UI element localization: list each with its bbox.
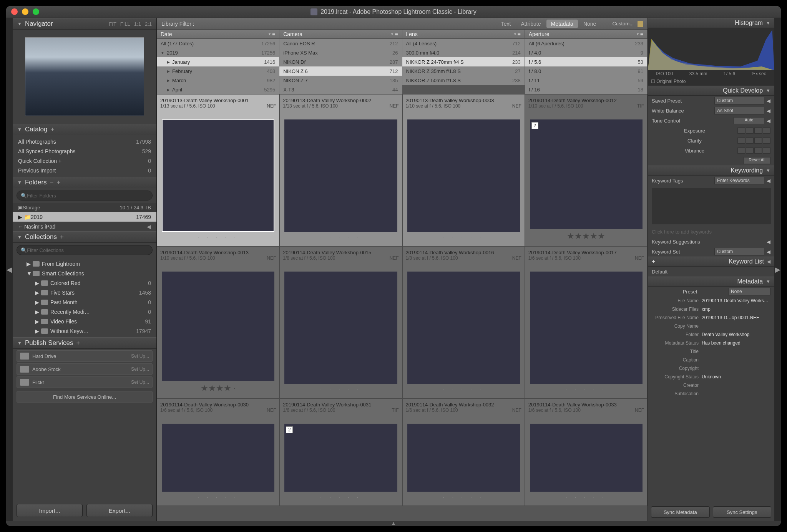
meta-column-header[interactable]: Camera▾≡ (279, 30, 402, 39)
metadata-field[interactable]: FolderDeath Valley Workshop (648, 330, 774, 339)
qd-exposure[interactable]: Exposure (648, 126, 774, 136)
metadata-field[interactable]: Caption (648, 356, 774, 364)
metadata-field[interactable]: Copy Name (648, 322, 774, 330)
grid-cell[interactable]: 20190114-Death Valley Workshop-0031 1/6 … (279, 398, 402, 506)
qd-preset[interactable]: Saved PresetCustom◀ (648, 96, 774, 106)
histogram-header[interactable]: Histogram▼ (648, 18, 774, 28)
histogram[interactable]: ISO 10033.5 mmf / 5.6¹⁄₁₃ sec ☐ Original… (648, 28, 774, 86)
meta-row[interactable]: All (177 Dates)17256 (157, 39, 279, 48)
filter-tab-text[interactable]: Text (496, 20, 516, 28)
collection-filter-input[interactable]: 🔍 Filter Collections (17, 245, 153, 255)
publish-item[interactable]: Hard DriveSet Up... (17, 350, 153, 362)
catalog-item[interactable]: All Photographs17998 (13, 137, 156, 146)
disclosure-icon[interactable]: ▼ (17, 127, 22, 132)
meta-row[interactable]: NIKON Z 7135 (279, 76, 402, 85)
filter-tab-attribute[interactable]: Attribute (516, 20, 545, 28)
publish-header[interactable]: ▼ Publish Services + (13, 337, 156, 349)
meta-row[interactable]: ▼201917256 (157, 48, 279, 57)
keyword-add[interactable]: Click here to add keywords (648, 227, 774, 237)
grid-cell[interactable]: 20190114-Death Valley Workshop-0012 1/10… (525, 94, 648, 246)
folder-filter-input[interactable]: 🔍 Filter Folders (17, 191, 153, 201)
disclosure-icon[interactable]: ▼ (17, 21, 22, 27)
folder-year[interactable]: ▶📁 201917469 (13, 212, 156, 222)
meta-row[interactable]: NIKKOR Z 24-70mm f/4 S233 (402, 57, 525, 66)
navigator-preview[interactable] (13, 30, 156, 124)
import-button[interactable]: Import... (17, 504, 83, 517)
meta-row[interactable]: Canon EOS R212 (279, 39, 402, 48)
grid-cell[interactable]: 20190114-Death Valley Workshop-0033 1/6 … (525, 398, 648, 506)
metadata-field[interactable]: Sublocation (648, 389, 774, 398)
metadata-field[interactable]: Copyright StatusUnknown (648, 373, 774, 381)
right-collapse-icon[interactable]: ▶ (774, 18, 781, 521)
collection-item[interactable]: ▶Colored Red0 (13, 278, 156, 288)
collections-header[interactable]: ▼ Collections + (13, 231, 156, 243)
meta-row[interactable]: f / 1618 (525, 85, 648, 94)
meta-row[interactable]: NIKKOR Z 35mm f/1.8 S27 (402, 66, 525, 76)
metadata-field[interactable]: Creator (648, 381, 774, 389)
meta-row[interactable]: f / 4.09 (525, 48, 648, 57)
collection-item[interactable]: ▶Without Keyw…17947 (13, 326, 156, 336)
original-photo-checkbox[interactable]: ☐ Original Photo (651, 79, 686, 84)
filter-custom[interactable]: Custom... (612, 21, 634, 27)
storage-row[interactable]: ▣ Storage10.1 / 24.3 TB (13, 203, 156, 212)
grid-cell[interactable]: 20190114-Death Valley Workshop-0016 1/8 … (402, 246, 525, 398)
metadata-header[interactable]: Metadata▼ (648, 277, 774, 287)
keywording-header[interactable]: Keywording▼ (648, 166, 774, 176)
grid-cell[interactable]: 20190114-Death Valley Workshop-0032 1/6 … (402, 398, 525, 506)
keyword-list-header[interactable]: +Keyword List◀ (648, 257, 774, 267)
catalog-item[interactable]: All Synced Photographs529 (13, 146, 156, 156)
meta-row[interactable]: f / 8.091 (525, 66, 648, 76)
meta-column-header[interactable]: Date▾≡ (157, 30, 279, 39)
lock-icon[interactable] (638, 21, 643, 27)
qd-vibrance[interactable]: Vibrance (648, 146, 774, 156)
quick-develop-header[interactable]: Quick Develop▼ (648, 86, 774, 96)
meta-row[interactable]: f / 5.653 (525, 57, 648, 66)
collection-item[interactable]: ▶Recently Modi…0 (13, 307, 156, 317)
metadata-field[interactable]: Copyright (648, 364, 774, 373)
publish-item[interactable]: Adobe StockSet Up... (17, 363, 153, 375)
plus-icon[interactable]: + (51, 126, 55, 133)
catalog-header[interactable]: ▼ Catalog + (13, 124, 156, 135)
disclosure-icon[interactable]: ▼ (17, 234, 22, 240)
folders-header[interactable]: ▼ Folders − + (13, 177, 156, 188)
plus-icon[interactable]: + (76, 339, 80, 347)
metadata-field[interactable]: File Name20190113-Death Valley Workshop-… (648, 297, 774, 305)
meta-row[interactable]: ▶February403 (157, 66, 279, 76)
collection-item[interactable]: ▶Past Month0 (13, 297, 156, 307)
plus-icon[interactable]: + (57, 179, 61, 186)
disclosure-icon[interactable]: ▼ (17, 180, 22, 185)
grid-cell[interactable]: 20190113-Death Valley Workshop-0002 1/13… (279, 94, 402, 246)
meta-row[interactable]: All (6 Apertures)233 (525, 39, 648, 48)
metadata-preset[interactable]: PresetNone (648, 287, 774, 297)
keyword-list-default[interactable]: Default (648, 267, 774, 277)
collection-item[interactable]: ▶Video Files91 (13, 317, 156, 326)
sync-settings-button[interactable]: Sync Settings (713, 506, 772, 518)
export-button[interactable]: Export... (86, 504, 153, 517)
folder-device[interactable]: ←Nasim's iPad◀ (13, 222, 156, 231)
disclosure-icon[interactable]: ▼ (17, 340, 22, 346)
grid-cell[interactable]: 20190113-Death Valley Workshop-0003 1/10… (402, 94, 525, 246)
minus-icon[interactable]: − (50, 179, 54, 186)
grid-cell[interactable]: 20190114-Death Valley Workshop-0015 1/8 … (279, 246, 402, 398)
meta-row[interactable]: f / 1159 (525, 76, 648, 85)
meta-row[interactable]: NIKKOR Z 50mm f/1.8 S238 (402, 76, 525, 85)
grid-cell[interactable]: 20190114-Death Valley Workshop-0013 1/10… (157, 246, 279, 398)
meta-row[interactable]: ▶January1416 (157, 57, 279, 66)
catalog-item[interactable]: Quick Collection +0 (13, 156, 156, 166)
keyword-entry[interactable] (652, 188, 770, 224)
filter-tab-none[interactable]: None (579, 20, 601, 28)
meta-row[interactable]: NIKON Df287 (279, 57, 402, 66)
meta-row[interactable]: ▶March982 (157, 76, 279, 85)
collection-item[interactable]: ▼Smart Collections (13, 268, 156, 278)
meta-column-header[interactable]: Aperture▾≡ (525, 30, 648, 39)
sync-metadata-button[interactable]: Sync Metadata (651, 506, 710, 518)
plus-icon[interactable]: + (60, 233, 64, 241)
grid-cell[interactable]: 20190114-Death Valley Workshop-0030 1/6 … (157, 398, 279, 506)
filter-tab-metadata[interactable]: Metadata (546, 20, 578, 28)
keyword-set[interactable]: Keyword SetCustom◀ (648, 247, 774, 257)
publish-item[interactable]: FlickrSet Up... (17, 376, 153, 388)
keyword-suggestions[interactable]: Keyword Suggestions◀ (648, 237, 774, 247)
qd-wb[interactable]: White BalanceAs Shot◀ (648, 106, 774, 116)
meta-row[interactable]: iPhone XS Max26 (279, 48, 402, 57)
meta-row[interactable]: ▶April5295 (157, 85, 279, 94)
